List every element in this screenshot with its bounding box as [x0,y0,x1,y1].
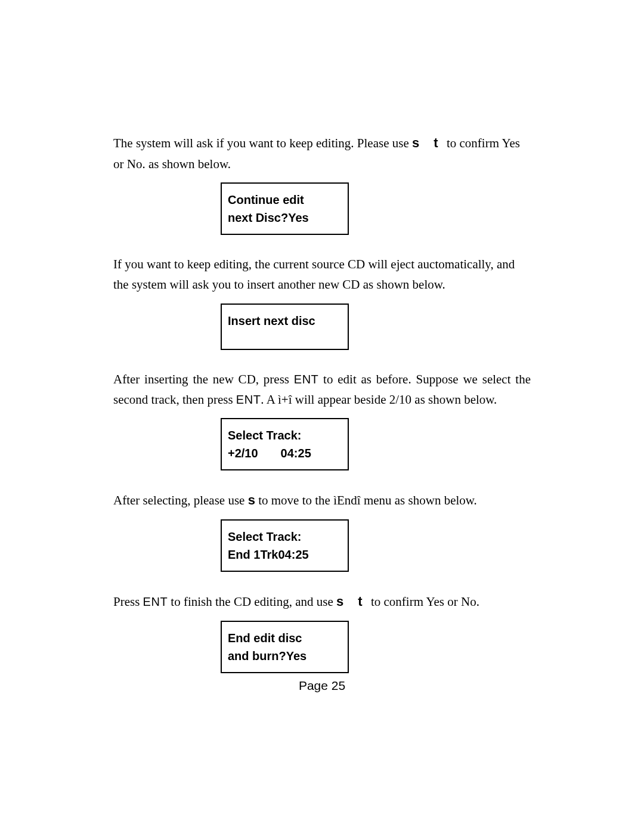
lcd-display-select-track-end: Select Track: End 1Trk04:25 [221,519,349,572]
page-number-label: Page 25 [299,679,345,692]
track-number: +2/10 [228,447,258,460]
ent-key-label: ENT [294,373,319,386]
ent-key-label: ENT [143,595,168,608]
paragraph-2: If you want to keep editing, the current… [113,254,531,295]
paragraph-3: After inserting the new CD, press ENT to… [113,369,531,410]
lcd-line-1: Insert next disc [228,312,342,330]
lcd-line-2: and burn?Yes [228,647,342,665]
lcd-line-1: Select Track: [228,426,342,444]
lcd-line-2: next Disc?Yes [228,209,342,227]
lcd-line-1: End edit disc [228,629,342,647]
paragraph-5: Press ENT to finish the CD editing, and … [113,591,531,612]
key-st-icon: s t [412,135,444,150]
key-s-icon: s [248,493,255,507]
para3-text-c: . A ì+î will appear beside 2/10 as shown… [261,392,497,407]
para5-text-a: Press [113,594,143,609]
ent-key-label: ENT [236,393,261,406]
paragraph-4: After selecting, please use s to move to… [113,490,531,511]
lcd-line-2: +2/1004:25 [228,444,342,462]
lcd-line-2: End 1Trk04:25 [228,546,342,563]
page-content: The system will ask if you want to keep … [113,132,531,692]
para4-text-a: After selecting, please use [113,493,248,507]
lcd-line-1: Select Track: [228,528,342,546]
para1-text-a: The system will ask if you want to keep … [113,136,412,150]
para5-text-c: to confirm Yes or No. [368,594,479,609]
lcd-display-end-edit: End edit disc and burn?Yes [221,621,349,673]
para3-text-a: After inserting the new CD, press [113,372,294,386]
para4-text-b: to move to the ìEndî menu as shown below… [255,493,477,507]
lcd-line-1: Continue edit [228,191,342,209]
track-time: 04:25 [281,447,311,460]
lcd-display-continue-edit: Continue edit next Disc?Yes [221,182,349,235]
para2-text: If you want to keep editing, the current… [113,257,515,292]
lcd-display-insert-disc: Insert next disc [221,304,349,350]
page-number: Page 25 [0,679,644,693]
paragraph-1: The system will ask if you want to keep … [113,132,531,174]
para5-text-b: to finish the CD editing, and use [168,594,336,609]
key-st-icon: s t [336,594,368,609]
lcd-display-select-track-1: Select Track: +2/1004:25 [221,418,349,470]
